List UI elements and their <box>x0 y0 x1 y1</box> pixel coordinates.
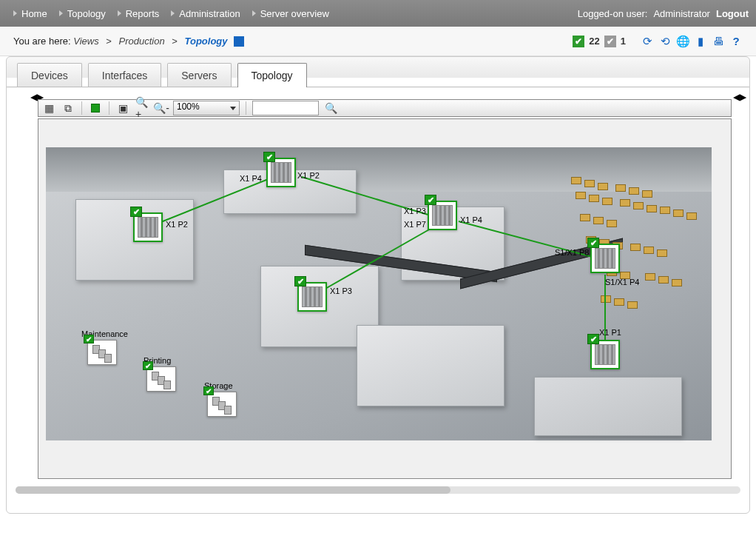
search-icon[interactable]: 🔍 <box>323 101 338 115</box>
device-node-3[interactable]: ✔ <box>428 201 457 230</box>
port-label: X1 P3 <box>330 286 352 295</box>
ok-badge-icon: ✔ <box>143 361 153 370</box>
logout-link[interactable]: Logout <box>716 8 749 19</box>
diagram-toolbar: ▦ ⧉ ▣ 🔍+ 🔍- 100% 🔍 <box>38 99 732 117</box>
breadcrumb-row: You are here: Views > Production > Topol… <box>0 27 756 56</box>
device-node-1[interactable]: ✔ <box>133 212 163 242</box>
status-ok-count: 22 <box>589 36 599 47</box>
breadcrumb-current: Topology <box>184 36 227 47</box>
ok-badge-icon: ✔ <box>203 386 214 395</box>
ok-badge-icon: ✔ <box>263 152 275 162</box>
main-panel: Devices Interfaces Servers Topology ◀▶ ◀… <box>6 56 750 514</box>
logged-user-name: Administrator <box>653 8 710 19</box>
ok-badge-icon: ✔ <box>130 207 142 217</box>
diagram-canvas[interactable]: ✔ X1 P2 ✔ X1 P4 X1 P2 ✔ X1 P3 X1 P7 X1 P… <box>38 118 732 479</box>
port-label: X1 P2 <box>297 171 320 180</box>
status-unknown-icon: ✔ <box>604 36 616 47</box>
chart-icon[interactable] <box>234 36 244 47</box>
tab-servers[interactable]: Servers <box>167 63 231 87</box>
caret-icon <box>13 10 17 16</box>
fit-icon[interactable]: ▣ <box>115 101 130 115</box>
device-node-4[interactable]: ✔ <box>297 282 327 312</box>
zoom-out-icon[interactable]: 🔍- <box>154 101 169 115</box>
ok-badge-icon: ✔ <box>587 334 599 344</box>
ok-badge-icon: ✔ <box>587 238 599 248</box>
port-label: X1 P3 <box>404 207 426 215</box>
refresh-icon[interactable]: ⟳ <box>641 35 654 48</box>
tab-interfaces[interactable]: Interfaces <box>88 63 161 87</box>
factory-background <box>46 147 712 440</box>
port-label: S1/X1 P8 <box>555 248 589 257</box>
caret-icon <box>252 10 256 16</box>
ok-badge-icon: ✔ <box>84 335 94 343</box>
port-label: X1 P2 <box>166 220 188 229</box>
nav-server-overview[interactable]: Server overview <box>246 8 335 19</box>
panel-handle-right[interactable]: ◀▶ <box>733 92 740 102</box>
diagram-search-input[interactable] <box>252 101 319 115</box>
caret-icon <box>118 10 121 16</box>
help-icon[interactable]: ? <box>729 35 743 48</box>
bookmark-icon[interactable]: ▮ <box>694 35 707 48</box>
print-icon[interactable]: 🖶 <box>712 35 725 48</box>
breadcrumb-production[interactable]: Production <box>119 36 165 47</box>
ok-badge-icon: ✔ <box>425 195 436 205</box>
layout-grid-icon[interactable]: ▦ <box>41 101 56 115</box>
zoom-select[interactable]: 100% <box>173 101 240 115</box>
nav-home[interactable]: Home <box>7 8 53 19</box>
status-unknown-count: 1 <box>621 36 626 47</box>
port-label: X1 P4 <box>460 215 482 224</box>
status-ok-icon: ✔ <box>573 36 584 47</box>
breadcrumb-label: You are here: <box>13 36 71 47</box>
nav-topology[interactable]: Topology <box>53 8 112 19</box>
logged-user-label: Logged-on user: <box>578 8 648 19</box>
refresh-auto-icon[interactable]: ⟲ <box>658 35 672 48</box>
tab-devices[interactable]: Devices <box>17 63 82 87</box>
area-maintenance[interactable]: ✔ <box>87 340 117 365</box>
caret-icon <box>59 10 63 16</box>
zoom-in-icon[interactable]: 🔍+ <box>135 101 149 115</box>
globe-icon[interactable]: 🌐 <box>676 35 689 48</box>
layout-tree-icon[interactable]: ⧉ <box>61 101 75 115</box>
ok-badge-icon: ✔ <box>294 276 306 286</box>
port-label: X1 P4 <box>240 174 262 183</box>
caret-icon <box>171 10 175 16</box>
tabs: Devices Interfaces Servers Topology <box>7 57 749 87</box>
port-label: X1 P1 <box>599 328 621 337</box>
tab-topology[interactable]: Topology <box>237 63 307 87</box>
port-label: X1 P7 <box>404 220 426 229</box>
port-label: S1/X1 P4 <box>605 278 639 286</box>
nav-administration[interactable]: Administration <box>165 8 246 19</box>
panel-handle-left[interactable]: ◀▶ <box>30 92 38 102</box>
top-navigation: Home Topology Reports Administration Ser… <box>0 0 756 27</box>
horizontal-scrollbar[interactable] <box>16 486 740 494</box>
area-storage[interactable]: ✔ <box>207 392 237 417</box>
breadcrumb-views[interactable]: Views <box>73 36 98 47</box>
area-printing[interactable]: ✔ <box>146 366 176 392</box>
device-node-2[interactable]: ✔ <box>266 158 296 187</box>
stop-icon[interactable] <box>88 101 103 115</box>
tab-body: ◀▶ ◀▶ ▦ ⧉ ▣ 🔍+ 🔍- 100% 🔍 <box>7 87 749 501</box>
device-node-6[interactable]: ✔ <box>590 340 620 369</box>
nav-reports[interactable]: Reports <box>112 8 166 19</box>
device-node-5[interactable]: ✔ <box>590 244 620 273</box>
